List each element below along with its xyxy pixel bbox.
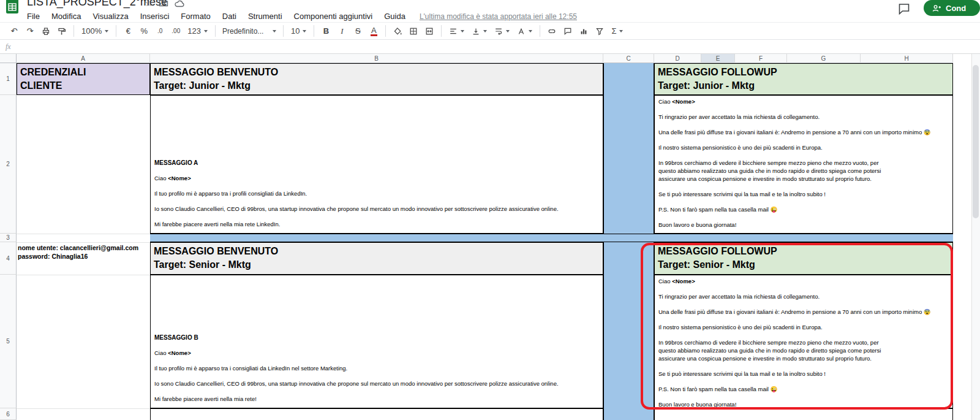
cell-welcome-junior-message[interactable]: MESSAGGIO A Ciao <Nome> Il tuo profilo m… bbox=[150, 95, 603, 234]
menu-inserisci[interactable]: Inserisci bbox=[140, 12, 170, 21]
font-size-value: 10 bbox=[291, 26, 300, 36]
menu-formato[interactable]: Formato bbox=[181, 12, 210, 21]
align-left-icon bbox=[449, 27, 458, 36]
comment-history-icon[interactable] bbox=[898, 3, 910, 15]
horizontal-align-button[interactable] bbox=[446, 24, 467, 39]
column-header-g[interactable]: G bbox=[787, 54, 861, 63]
text-color-button[interactable]: A bbox=[366, 24, 381, 39]
cell-client-credentials[interactable]: nome utente: clacancellieri@gmail.com pa… bbox=[18, 243, 165, 261]
cell-followup-junior-message[interactable]: Ciao <Nome> Ti ringrazio per aver accett… bbox=[654, 95, 953, 234]
paint-format-button[interactable] bbox=[55, 24, 69, 39]
cloud-status-icon[interactable] bbox=[175, 0, 185, 7]
message-paragraph: Se ti può interessare scrivimi qui la tu… bbox=[658, 370, 949, 378]
redo-button[interactable]: ↷ bbox=[23, 24, 37, 39]
share-button[interactable]: Cond bbox=[924, 0, 980, 16]
filter-button[interactable] bbox=[592, 24, 607, 39]
last-edit-link[interactable]: L'ultima modifica è stata apportata ieri… bbox=[420, 12, 577, 21]
cell-text-line: CLIENTE bbox=[20, 79, 146, 93]
message-paragraph: Mi farebbe piacere averti nella mia rete… bbox=[154, 395, 599, 403]
toolbar: ↶ ↷ 100% € % .0 .00 123 bbox=[0, 22, 980, 40]
cell-followup-senior-message[interactable]: Ciao <Nome> Ti ringrazio per aver accett… bbox=[654, 275, 953, 408]
select-all-corner[interactable] bbox=[0, 54, 17, 63]
row-header-5[interactable]: 5 bbox=[0, 275, 17, 408]
sheets-logo-icon[interactable] bbox=[6, 0, 19, 14]
cell-header-followup-junior[interactable]: MESSAGGIO FOLLOWUP Target: Junior - Mktg bbox=[654, 63, 953, 95]
column-header-e[interactable]: E bbox=[701, 54, 735, 63]
undo-icon: ↶ bbox=[11, 26, 18, 36]
menu-file[interactable]: File bbox=[27, 12, 40, 21]
sigma-icon: Σ bbox=[611, 26, 616, 36]
credential-password: password: Chinaglia16 bbox=[18, 252, 165, 261]
insert-comment-button[interactable] bbox=[560, 24, 575, 39]
message-paragraph: Ti ringrazio per aver accettato la mia r… bbox=[658, 113, 949, 121]
menu-dati[interactable]: Dati bbox=[222, 12, 236, 21]
vertical-scrollbar[interactable] bbox=[971, 54, 980, 420]
cell-blue-spacer-row[interactable] bbox=[150, 234, 953, 242]
insert-chart-button[interactable] bbox=[576, 24, 591, 39]
bold-button[interactable]: B bbox=[318, 24, 333, 39]
cell-header-followup-senior[interactable]: MESSAGGIO FOLLOWUP Target: Senior - Mktg bbox=[654, 242, 953, 275]
format-percent-button[interactable]: % bbox=[137, 24, 151, 39]
menu-strumenti[interactable]: Strumenti bbox=[248, 12, 282, 21]
column-header-c[interactable]: C bbox=[603, 54, 654, 63]
menu-modifica[interactable]: Modifica bbox=[51, 12, 81, 21]
row-header-6[interactable]: 6 bbox=[0, 408, 17, 420]
cell-credenziali-cliente[interactable]: CREDENZIALI CLIENTE bbox=[17, 63, 150, 95]
print-button[interactable] bbox=[39, 24, 53, 39]
column-header-b[interactable]: B bbox=[150, 54, 603, 63]
formula-input[interactable] bbox=[11, 40, 980, 53]
borders-button[interactable] bbox=[406, 24, 421, 39]
undo-button[interactable]: ↶ bbox=[7, 24, 21, 39]
column-header-a[interactable]: A bbox=[17, 54, 150, 63]
message-paragraph: Il nostro sistema pensionistico è uno de… bbox=[658, 143, 949, 151]
cell-row6-d[interactable] bbox=[654, 408, 953, 420]
menu-componenti-aggiuntivi[interactable]: Componenti aggiuntivi bbox=[294, 12, 373, 21]
message-paragraph: Io sono Claudio Cancellieri, CEO di 99br… bbox=[154, 380, 599, 388]
filter-funnel-icon bbox=[595, 27, 604, 36]
cell-header-benvenuto-junior[interactable]: MESSAGGIO BENVENUTO Target: Junior - Mkt… bbox=[150, 63, 603, 95]
font-select[interactable]: Predefinito... bbox=[220, 24, 279, 39]
functions-button[interactable]: Σ bbox=[608, 24, 626, 39]
gridline bbox=[17, 275, 150, 275]
menu-visualizza[interactable]: Visualizza bbox=[92, 12, 128, 21]
column-header-d[interactable]: D bbox=[654, 54, 701, 63]
cell-text-line: MESSAGGIO FOLLOWUP bbox=[658, 66, 949, 79]
chevron-down-icon bbox=[204, 30, 208, 32]
chevron-down-icon bbox=[506, 30, 510, 32]
row-header-2[interactable]: 2 bbox=[0, 95, 17, 234]
scrollbar-thumb[interactable] bbox=[973, 65, 979, 218]
font-name-value: Predefinito... bbox=[222, 27, 263, 36]
strikethrough-button[interactable]: S bbox=[350, 24, 365, 39]
row-header-4[interactable]: 4 bbox=[0, 242, 17, 275]
zoom-select[interactable]: 100% bbox=[78, 24, 111, 39]
fill-color-button[interactable] bbox=[390, 24, 405, 39]
text-rotate-button[interactable] bbox=[514, 24, 535, 39]
formula-bar: fx bbox=[0, 40, 980, 54]
vertical-align-button[interactable] bbox=[469, 24, 490, 39]
italic-button[interactable]: I bbox=[334, 24, 349, 39]
menu-guida[interactable]: Guida bbox=[384, 12, 405, 21]
text-wrap-icon bbox=[494, 27, 503, 36]
more-formats-label: 123 bbox=[187, 26, 201, 36]
text-wrap-button[interactable] bbox=[491, 24, 513, 39]
increase-decimals-button[interactable]: .00 bbox=[168, 24, 183, 39]
google-sheets-app: LISTA_PROSPECT_2°mese ☆ File Modifica Vi… bbox=[0, 0, 980, 420]
message-paragraph: Il nostro sistema pensionistico è uno de… bbox=[658, 323, 949, 331]
decrease-decimals-button[interactable]: .0 bbox=[153, 24, 167, 39]
star-icon[interactable]: ☆ bbox=[145, 0, 153, 9]
cell-row6-b[interactable] bbox=[150, 408, 603, 420]
cell-header-benvenuto-senior[interactable]: MESSAGGIO BENVENUTO Target: Senior - Mkt… bbox=[150, 242, 603, 275]
move-folder-icon[interactable] bbox=[159, 0, 168, 7]
text-color-icon: A bbox=[371, 26, 377, 36]
column-header-h[interactable]: H bbox=[861, 54, 953, 63]
more-formats-button[interactable]: 123 bbox=[184, 24, 211, 39]
cell-welcome-senior-message[interactable]: MESSAGGIO B Ciao <Nome> Il tuo profilo m… bbox=[150, 275, 603, 408]
format-currency-button[interactable]: € bbox=[121, 24, 135, 39]
font-size-select[interactable]: 10 bbox=[288, 24, 309, 39]
merge-cells-button[interactable] bbox=[422, 24, 437, 39]
column-header-f[interactable]: F bbox=[735, 54, 787, 63]
row-header-3[interactable]: 3 bbox=[0, 234, 17, 242]
text-rotate-icon bbox=[517, 27, 526, 36]
insert-link-button[interactable] bbox=[545, 24, 559, 39]
row-header-1[interactable]: 1 bbox=[0, 63, 17, 95]
